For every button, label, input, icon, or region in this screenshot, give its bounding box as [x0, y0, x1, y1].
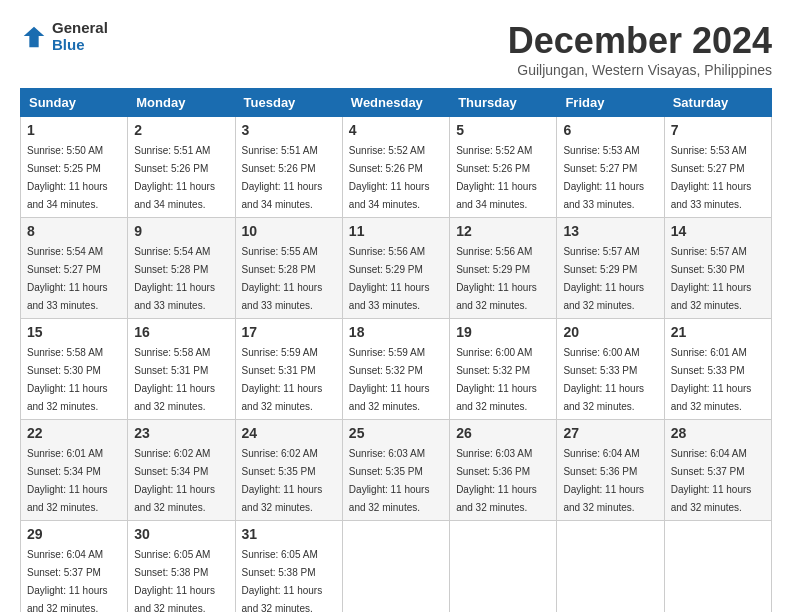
day-info: Sunrise: 5:55 AMSunset: 5:28 PMDaylight:…: [242, 246, 323, 311]
day-number: 10: [242, 223, 336, 239]
logo: General Blue: [20, 20, 108, 53]
svg-marker-0: [24, 26, 45, 47]
calendar-cell: 6 Sunrise: 5:53 AMSunset: 5:27 PMDayligh…: [557, 117, 664, 218]
day-info: Sunrise: 5:52 AMSunset: 5:26 PMDaylight:…: [349, 145, 430, 210]
calendar-cell: 15 Sunrise: 5:58 AMSunset: 5:30 PMDaylig…: [21, 319, 128, 420]
day-info: Sunrise: 5:54 AMSunset: 5:28 PMDaylight:…: [134, 246, 215, 311]
calendar-cell: [342, 521, 449, 613]
calendar-cell: 4 Sunrise: 5:52 AMSunset: 5:26 PMDayligh…: [342, 117, 449, 218]
calendar-cell: [557, 521, 664, 613]
title-block: December 2024 Guiljungan, Western Visaya…: [508, 20, 772, 78]
logo-icon: [20, 23, 48, 51]
logo-blue: Blue: [52, 37, 108, 54]
day-number: 26: [456, 425, 550, 441]
day-number: 29: [27, 526, 121, 542]
weekday-header: Tuesday: [235, 89, 342, 117]
weekday-header: Wednesday: [342, 89, 449, 117]
logo-text: General Blue: [52, 20, 108, 53]
calendar-cell: 27 Sunrise: 6:04 AMSunset: 5:36 PMDaylig…: [557, 420, 664, 521]
day-number: 21: [671, 324, 765, 340]
day-info: Sunrise: 5:59 AMSunset: 5:31 PMDaylight:…: [242, 347, 323, 412]
month-title: December 2024: [508, 20, 772, 62]
day-info: Sunrise: 6:00 AMSunset: 5:32 PMDaylight:…: [456, 347, 537, 412]
calendar-cell: 22 Sunrise: 6:01 AMSunset: 5:34 PMDaylig…: [21, 420, 128, 521]
calendar-cell: 10 Sunrise: 5:55 AMSunset: 5:28 PMDaylig…: [235, 218, 342, 319]
day-info: Sunrise: 5:56 AMSunset: 5:29 PMDaylight:…: [456, 246, 537, 311]
day-info: Sunrise: 6:03 AMSunset: 5:35 PMDaylight:…: [349, 448, 430, 513]
location: Guiljungan, Western Visayas, Philippines: [508, 62, 772, 78]
day-info: Sunrise: 5:58 AMSunset: 5:30 PMDaylight:…: [27, 347, 108, 412]
day-info: Sunrise: 5:59 AMSunset: 5:32 PMDaylight:…: [349, 347, 430, 412]
day-info: Sunrise: 5:56 AMSunset: 5:29 PMDaylight:…: [349, 246, 430, 311]
weekday-header: Thursday: [450, 89, 557, 117]
page-header: General Blue December 2024 Guiljungan, W…: [20, 20, 772, 78]
day-info: Sunrise: 5:50 AMSunset: 5:25 PMDaylight:…: [27, 145, 108, 210]
calendar-cell: 5 Sunrise: 5:52 AMSunset: 5:26 PMDayligh…: [450, 117, 557, 218]
day-number: 19: [456, 324, 550, 340]
calendar-cell: 25 Sunrise: 6:03 AMSunset: 5:35 PMDaylig…: [342, 420, 449, 521]
day-info: Sunrise: 5:51 AMSunset: 5:26 PMDaylight:…: [134, 145, 215, 210]
day-info: Sunrise: 5:51 AMSunset: 5:26 PMDaylight:…: [242, 145, 323, 210]
day-number: 17: [242, 324, 336, 340]
calendar-cell: 14 Sunrise: 5:57 AMSunset: 5:30 PMDaylig…: [664, 218, 771, 319]
calendar-cell: 30 Sunrise: 6:05 AMSunset: 5:38 PMDaylig…: [128, 521, 235, 613]
day-number: 5: [456, 122, 550, 138]
day-number: 22: [27, 425, 121, 441]
calendar-cell: 31 Sunrise: 6:05 AMSunset: 5:38 PMDaylig…: [235, 521, 342, 613]
day-number: 8: [27, 223, 121, 239]
calendar-cell: 8 Sunrise: 5:54 AMSunset: 5:27 PMDayligh…: [21, 218, 128, 319]
day-number: 24: [242, 425, 336, 441]
logo-general: General: [52, 20, 108, 37]
calendar-cell: 13 Sunrise: 5:57 AMSunset: 5:29 PMDaylig…: [557, 218, 664, 319]
day-info: Sunrise: 6:01 AMSunset: 5:33 PMDaylight:…: [671, 347, 752, 412]
calendar-week-row: 15 Sunrise: 5:58 AMSunset: 5:30 PMDaylig…: [21, 319, 772, 420]
calendar-cell: 26 Sunrise: 6:03 AMSunset: 5:36 PMDaylig…: [450, 420, 557, 521]
day-number: 31: [242, 526, 336, 542]
calendar-cell: 11 Sunrise: 5:56 AMSunset: 5:29 PMDaylig…: [342, 218, 449, 319]
day-number: 2: [134, 122, 228, 138]
calendar-cell: 21 Sunrise: 6:01 AMSunset: 5:33 PMDaylig…: [664, 319, 771, 420]
weekday-header: Monday: [128, 89, 235, 117]
day-info: Sunrise: 6:05 AMSunset: 5:38 PMDaylight:…: [134, 549, 215, 612]
calendar-cell: 20 Sunrise: 6:00 AMSunset: 5:33 PMDaylig…: [557, 319, 664, 420]
calendar-cell: 23 Sunrise: 6:02 AMSunset: 5:34 PMDaylig…: [128, 420, 235, 521]
calendar-cell: 16 Sunrise: 5:58 AMSunset: 5:31 PMDaylig…: [128, 319, 235, 420]
day-info: Sunrise: 6:00 AMSunset: 5:33 PMDaylight:…: [563, 347, 644, 412]
day-info: Sunrise: 5:58 AMSunset: 5:31 PMDaylight:…: [134, 347, 215, 412]
day-info: Sunrise: 6:03 AMSunset: 5:36 PMDaylight:…: [456, 448, 537, 513]
day-info: Sunrise: 6:02 AMSunset: 5:34 PMDaylight:…: [134, 448, 215, 513]
calendar-cell: 3 Sunrise: 5:51 AMSunset: 5:26 PMDayligh…: [235, 117, 342, 218]
calendar-cell: 12 Sunrise: 5:56 AMSunset: 5:29 PMDaylig…: [450, 218, 557, 319]
calendar-cell: 24 Sunrise: 6:02 AMSunset: 5:35 PMDaylig…: [235, 420, 342, 521]
day-number: 14: [671, 223, 765, 239]
weekday-header: Sunday: [21, 89, 128, 117]
day-info: Sunrise: 6:05 AMSunset: 5:38 PMDaylight:…: [242, 549, 323, 612]
day-info: Sunrise: 6:04 AMSunset: 5:37 PMDaylight:…: [671, 448, 752, 513]
day-number: 3: [242, 122, 336, 138]
weekday-header: Saturday: [664, 89, 771, 117]
day-number: 9: [134, 223, 228, 239]
day-number: 13: [563, 223, 657, 239]
day-number: 30: [134, 526, 228, 542]
day-info: Sunrise: 5:53 AMSunset: 5:27 PMDaylight:…: [563, 145, 644, 210]
day-info: Sunrise: 6:04 AMSunset: 5:36 PMDaylight:…: [563, 448, 644, 513]
day-info: Sunrise: 5:54 AMSunset: 5:27 PMDaylight:…: [27, 246, 108, 311]
day-info: Sunrise: 6:01 AMSunset: 5:34 PMDaylight:…: [27, 448, 108, 513]
day-number: 4: [349, 122, 443, 138]
day-info: Sunrise: 6:04 AMSunset: 5:37 PMDaylight:…: [27, 549, 108, 612]
calendar-week-row: 8 Sunrise: 5:54 AMSunset: 5:27 PMDayligh…: [21, 218, 772, 319]
day-info: Sunrise: 5:57 AMSunset: 5:30 PMDaylight:…: [671, 246, 752, 311]
calendar-cell: 18 Sunrise: 5:59 AMSunset: 5:32 PMDaylig…: [342, 319, 449, 420]
calendar-cell: 28 Sunrise: 6:04 AMSunset: 5:37 PMDaylig…: [664, 420, 771, 521]
calendar-cell: 2 Sunrise: 5:51 AMSunset: 5:26 PMDayligh…: [128, 117, 235, 218]
calendar-cell: 9 Sunrise: 5:54 AMSunset: 5:28 PMDayligh…: [128, 218, 235, 319]
calendar-table: SundayMondayTuesdayWednesdayThursdayFrid…: [20, 88, 772, 612]
day-number: 6: [563, 122, 657, 138]
calendar-cell: 29 Sunrise: 6:04 AMSunset: 5:37 PMDaylig…: [21, 521, 128, 613]
day-number: 12: [456, 223, 550, 239]
day-number: 7: [671, 122, 765, 138]
calendar-week-row: 29 Sunrise: 6:04 AMSunset: 5:37 PMDaylig…: [21, 521, 772, 613]
day-number: 15: [27, 324, 121, 340]
day-number: 18: [349, 324, 443, 340]
day-info: Sunrise: 5:57 AMSunset: 5:29 PMDaylight:…: [563, 246, 644, 311]
